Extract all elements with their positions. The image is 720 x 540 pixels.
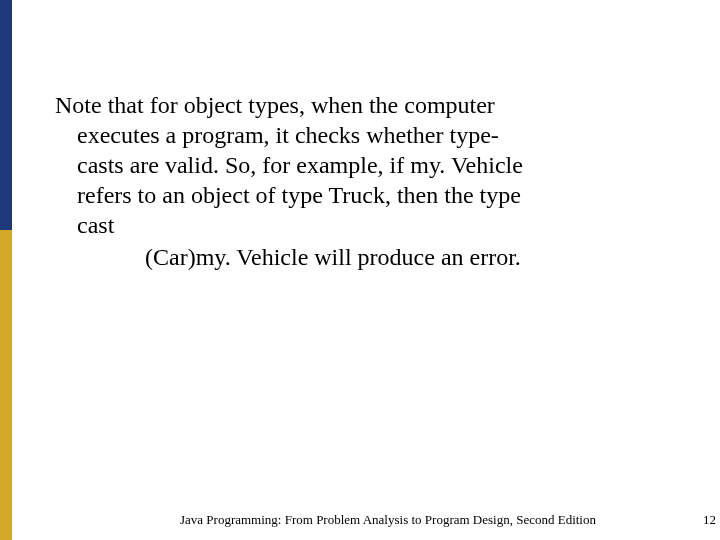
accent-blue-segment <box>0 0 12 230</box>
body-text-rest: executes a program, it checks whether ty… <box>77 120 675 240</box>
slide-body: Note that for object types, when the com… <box>55 90 675 272</box>
body-paragraph: Note that for object types, when the com… <box>55 90 675 240</box>
left-accent-bar <box>0 0 12 540</box>
body-text-line1: Note that for object types, when the com… <box>55 90 675 120</box>
footer-page-number: 12 <box>703 512 716 528</box>
accent-gold-segment <box>0 230 12 540</box>
body-example-line: (Car)my. Vehicle will produce an error. <box>145 242 675 272</box>
footer-title: Java Programming: From Problem Analysis … <box>180 512 596 528</box>
